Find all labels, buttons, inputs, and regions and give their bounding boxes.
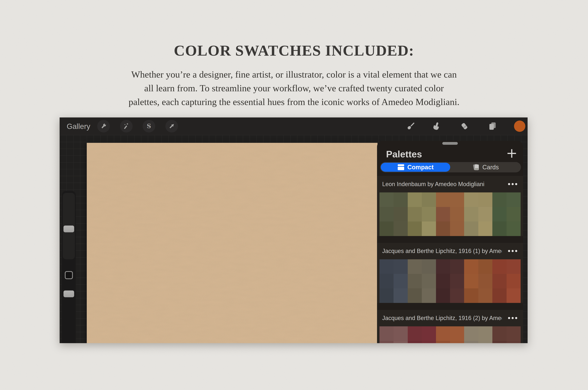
swatch[interactable] (492, 274, 506, 288)
swatch[interactable] (450, 207, 464, 222)
swatch[interactable] (379, 259, 394, 274)
selection-button[interactable]: S (143, 120, 155, 133)
smudge-button[interactable] (431, 121, 442, 131)
swatch[interactable] (436, 207, 450, 222)
swatch[interactable] (507, 274, 521, 288)
panel-drag-handle[interactable] (442, 142, 458, 145)
swatch[interactable] (379, 222, 394, 236)
palette-options-button[interactable] (508, 183, 517, 185)
swatch[interactable] (507, 341, 521, 343)
adjustments-button[interactable] (120, 120, 133, 133)
swatch[interactable] (492, 207, 506, 222)
swatch[interactable] (379, 274, 394, 288)
swatch[interactable] (394, 341, 407, 343)
brush-opacity-slider-handle[interactable] (63, 291, 74, 297)
swatch[interactable] (450, 274, 464, 288)
swatch[interactable] (492, 222, 506, 236)
swatch[interactable] (450, 288, 464, 303)
compact-tab[interactable]: Compact (381, 163, 450, 172)
swatch[interactable] (422, 288, 436, 303)
swatch[interactable] (464, 274, 478, 288)
swatch[interactable] (379, 288, 394, 303)
swatch[interactable] (492, 288, 506, 303)
swatch[interactable] (450, 259, 464, 274)
actions-button[interactable] (97, 120, 110, 133)
add-palette-button[interactable]: + (506, 147, 518, 159)
layers-button[interactable] (487, 121, 498, 131)
swatch[interactable] (492, 193, 506, 207)
palette-options-button[interactable] (508, 250, 517, 252)
swatch[interactable] (507, 259, 521, 274)
swatch[interactable] (422, 222, 436, 236)
modify-button[interactable] (65, 271, 73, 279)
swatch[interactable] (394, 207, 407, 222)
swatch[interactable] (422, 207, 436, 222)
swatch[interactable] (478, 222, 492, 236)
swatch[interactable] (450, 193, 464, 207)
brush-size-slider-handle[interactable] (63, 226, 74, 232)
swatch[interactable] (379, 341, 394, 343)
swatch[interactable] (408, 274, 422, 288)
swatch[interactable] (394, 193, 407, 207)
swatch[interactable] (408, 288, 422, 303)
swatch[interactable] (394, 259, 407, 274)
swatch[interactable] (394, 326, 407, 341)
swatch[interactable] (507, 193, 521, 207)
swatch[interactable] (478, 326, 492, 341)
palette-options-button[interactable] (508, 317, 517, 319)
swatch[interactable] (422, 341, 436, 343)
swatch[interactable] (436, 193, 450, 207)
swatch[interactable] (408, 222, 422, 236)
brush-button[interactable] (406, 121, 416, 131)
swatch[interactable] (507, 326, 521, 341)
swatch[interactable] (408, 341, 422, 343)
swatch[interactable] (507, 207, 521, 222)
eraser-button[interactable] (459, 121, 470, 131)
canvas[interactable] (87, 143, 377, 343)
swatch[interactable] (408, 207, 422, 222)
swatch[interactable] (478, 274, 492, 288)
swatch[interactable] (436, 288, 450, 303)
swatch[interactable] (450, 222, 464, 236)
swatch[interactable] (464, 326, 478, 341)
swatch[interactable] (492, 341, 506, 343)
swatch[interactable] (464, 207, 478, 222)
swatch[interactable] (478, 207, 492, 222)
swatch[interactable] (450, 326, 464, 341)
swatch[interactable] (422, 326, 436, 341)
swatch[interactable] (478, 288, 492, 303)
swatch[interactable] (408, 326, 422, 341)
cards-tab[interactable]: Cards (450, 162, 521, 172)
swatch[interactable] (464, 222, 478, 236)
swatch[interactable] (379, 193, 394, 207)
swatch[interactable] (394, 222, 407, 236)
swatch[interactable] (478, 259, 492, 274)
gallery-button[interactable]: Gallery (67, 117, 90, 135)
swatch[interactable] (507, 288, 521, 303)
swatch[interactable] (408, 259, 422, 274)
swatch[interactable] (408, 193, 422, 207)
swatch[interactable] (464, 341, 478, 343)
swatch[interactable] (450, 341, 464, 343)
swatch[interactable] (394, 274, 407, 288)
swatch[interactable] (478, 193, 492, 207)
swatch[interactable] (436, 274, 450, 288)
swatch[interactable] (422, 193, 436, 207)
swatch[interactable] (379, 326, 394, 341)
swatch[interactable] (478, 341, 492, 343)
swatch[interactable] (464, 288, 478, 303)
swatch[interactable] (464, 193, 478, 207)
swatch[interactable] (394, 288, 407, 303)
swatch[interactable] (436, 341, 450, 343)
swatch[interactable] (379, 207, 394, 222)
swatch[interactable] (436, 259, 450, 274)
swatch[interactable] (422, 274, 436, 288)
swatch[interactable] (492, 259, 506, 274)
swatch[interactable] (492, 326, 506, 341)
transform-button[interactable] (165, 120, 178, 133)
swatch[interactable] (507, 222, 521, 236)
swatch[interactable] (436, 326, 450, 341)
active-color-swatch[interactable] (514, 121, 525, 132)
swatch[interactable] (464, 259, 478, 274)
swatch[interactable] (436, 222, 450, 236)
